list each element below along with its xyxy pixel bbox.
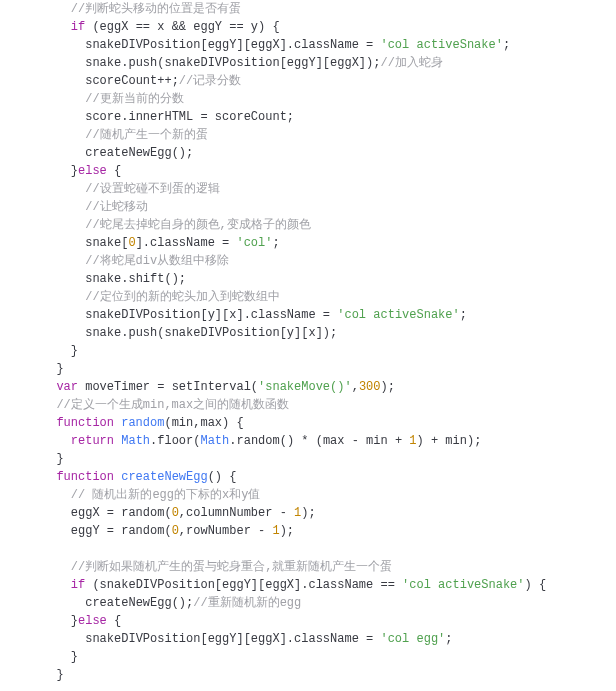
code-token: eggX = random( <box>71 506 172 520</box>
code-token: 1 <box>272 524 279 538</box>
code-token: { <box>107 164 121 178</box>
code-token: if <box>71 20 85 34</box>
code-token: //将蛇尾div从数组中移除 <box>85 254 229 268</box>
code-token: var <box>56 380 78 394</box>
code-token: return <box>71 434 114 448</box>
code-token: , <box>352 380 359 394</box>
code-token: snake[ <box>85 236 128 250</box>
code-token: createNewEgg <box>121 470 207 484</box>
code-token: ].className = <box>136 236 237 250</box>
code-token: .floor( <box>150 434 200 448</box>
code-token: ,rowNumber - <box>179 524 273 538</box>
code-token: random <box>121 416 164 430</box>
code-token: } <box>56 362 63 376</box>
code-token: ; <box>503 38 510 52</box>
code-token: //加入蛇身 <box>380 56 442 70</box>
code-token: 300 <box>359 380 381 394</box>
code-token: } <box>56 668 63 682</box>
code-token: () { <box>208 470 237 484</box>
code-token: createNewEgg(); <box>85 146 193 160</box>
code-token: } <box>71 164 78 178</box>
code-token: scoreCount++; <box>85 74 179 88</box>
code-token: //判断如果随机产生的蛋与蛇身重合,就重新随机产生一个蛋 <box>71 560 393 574</box>
code-token: //蛇尾去掉蛇自身的颜色,变成格子的颜色 <box>85 218 311 232</box>
code-block: //判断蛇头移动的位置是否有蛋 if (eggX == x && eggY ==… <box>0 0 616 684</box>
code-token: ; <box>460 308 467 322</box>
code-token: //判断蛇头移动的位置是否有蛋 <box>71 2 241 16</box>
code-token: //定义一个生成min,max之间的随机数函数 <box>56 398 289 412</box>
code-token: //设置蛇碰不到蛋的逻辑 <box>85 182 219 196</box>
code-token: } <box>71 344 78 358</box>
code-token: function <box>56 416 114 430</box>
code-token: 0 <box>172 506 179 520</box>
code-token: 'col egg' <box>380 632 445 646</box>
code-token: ,columnNumber - <box>179 506 294 520</box>
code-token: moveTimer = setInterval( <box>78 380 258 394</box>
code-token: eggY = random( <box>71 524 172 538</box>
code-token: //重新随机新的egg <box>193 596 301 610</box>
code-token: ) { <box>525 578 547 592</box>
code-token: if <box>71 578 85 592</box>
code-token: 'col activeSnake' <box>380 38 502 52</box>
code-token: ; <box>445 632 452 646</box>
code-token: createNewEgg(); <box>85 596 193 610</box>
code-token: 0 <box>172 524 179 538</box>
code-token: snakeDIVPosition[eggY][eggX].className = <box>85 632 380 646</box>
code-token: // 随机出新的egg的下标的x和y值 <box>71 488 261 502</box>
code-token: .random() * (max - min + <box>229 434 409 448</box>
code-token: //随机产生一个新的蛋 <box>85 128 207 142</box>
code-token: ); <box>380 380 394 394</box>
code-token: { <box>107 614 121 628</box>
code-token: snakeDIVPosition[y][x].className = <box>85 308 337 322</box>
code-token: 'col' <box>236 236 272 250</box>
code-token: else <box>78 164 107 178</box>
code-token: Math <box>200 434 229 448</box>
code-token: //更新当前的分数 <box>85 92 183 106</box>
code-token: } <box>71 650 78 664</box>
code-token: 'col activeSnake' <box>402 578 524 592</box>
code-token: (min,max) { <box>164 416 243 430</box>
code-token: 'col activeSnake' <box>337 308 459 322</box>
code-token: ) + min); <box>417 434 482 448</box>
code-token: (snakeDIVPosition[eggY][eggX].className … <box>85 578 402 592</box>
code-token: else <box>78 614 107 628</box>
code-token: ); <box>280 524 294 538</box>
code-token: Math <box>121 434 150 448</box>
code-token: ); <box>301 506 315 520</box>
code-token: function <box>56 470 114 484</box>
code-token: 1 <box>409 434 416 448</box>
code-token: ; <box>272 236 279 250</box>
code-token: 'snakeMove()' <box>258 380 352 394</box>
code-token: snake.push(snakeDIVPosition[y][x]); <box>85 326 337 340</box>
code-token: //让蛇移动 <box>85 200 147 214</box>
code-token: 0 <box>128 236 135 250</box>
code-token: score.innerHTML = scoreCount; <box>85 110 294 124</box>
code-token: snakeDIVPosition[eggY][eggX].className = <box>85 38 380 52</box>
code-token: (eggX == x && eggY == y) { <box>85 20 279 34</box>
code-token: } <box>71 614 78 628</box>
code-token: snake.push(snakeDIVPosition[eggY][eggX])… <box>85 56 380 70</box>
code-token: //定位到的新的蛇头加入到蛇数组中 <box>85 290 279 304</box>
code-token: //记录分数 <box>179 74 241 88</box>
code-token: } <box>56 452 63 466</box>
code-token: snake.shift(); <box>85 272 186 286</box>
